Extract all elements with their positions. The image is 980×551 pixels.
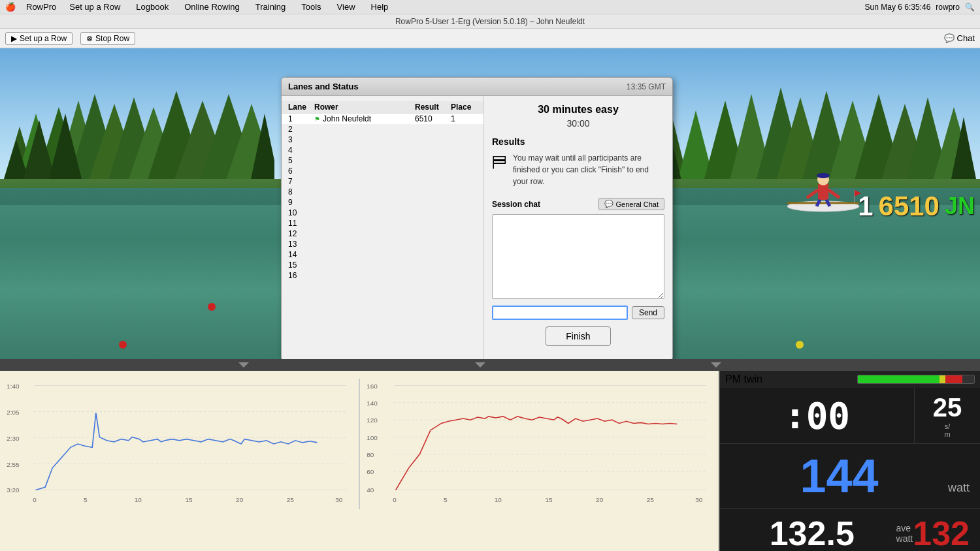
menu-help[interactable]: Help (368, 2, 391, 12)
buoy-1 (208, 303, 216, 311)
svg-text:2:30: 2:30 (7, 435, 20, 442)
pm-spm-unit: s/m (944, 422, 950, 438)
table-row: 9 (282, 197, 483, 208)
app-name[interactable]: RowPro (26, 2, 56, 12)
chat-bubble-icon: 💬 (604, 200, 613, 208)
progress-dark (962, 375, 974, 383)
general-chat-button[interactable]: 💬 General Chat (598, 198, 664, 210)
menubar: 🍎 RowPro Set up a Row Logbook Online Row… (0, 0, 980, 14)
svg-text:100: 100 (367, 434, 378, 441)
table-row: 1 ⚑John Neufeldt 6510 1 (282, 114, 483, 124)
results-header: Results (492, 136, 664, 147)
titlebar: RowPro 5-User 1-Erg (Version 5.0.18) – J… (0, 14, 980, 29)
chat-button[interactable]: 💬 Chat (944, 33, 975, 43)
svg-text:30: 30 (695, 497, 703, 504)
pace-chart: 1:40 2:05 2:30 2:55 3:20 0 5 10 15 20 25… (5, 379, 353, 509)
stop-row-button[interactable]: ⊗ Stop Row (80, 32, 135, 45)
svg-point-34 (817, 173, 830, 178)
send-button[interactable]: Send (632, 306, 664, 319)
svg-text:3:20: 3:20 (7, 486, 20, 494)
buoy-2 (119, 341, 127, 349)
heartrate-chart: 160 140 120 100 80 60 40 0 5 10 15 20 25… (365, 379, 713, 509)
rower-figure (784, 164, 862, 219)
svg-marker-40 (855, 190, 861, 197)
menu-online[interactable]: Online Rowing (182, 2, 242, 12)
chat-input[interactable] (492, 306, 628, 320)
svg-text:60: 60 (367, 469, 374, 476)
svg-text:5: 5 (444, 497, 448, 504)
col-rower: Rower (314, 102, 415, 112)
svg-text:140: 140 (367, 400, 378, 407)
pm-progress-bar (857, 375, 975, 384)
trees-left (0, 48, 274, 192)
svg-text:40: 40 (367, 486, 374, 494)
svg-text:2:55: 2:55 (7, 461, 19, 468)
menu-view[interactable]: View (335, 2, 358, 12)
info-panel: 30 minutes easy 30:00 Results ⛿ You may … (484, 96, 672, 359)
progress-red (945, 375, 963, 383)
table-row: 4 (282, 145, 483, 155)
workout-time: 30:00 (492, 118, 664, 129)
menu-setup[interactable]: Set up a Row (67, 2, 123, 12)
pm-spm-box: 25 s/m (915, 388, 980, 443)
svg-text:25: 25 (287, 497, 294, 504)
chat-label: Chat (957, 33, 975, 43)
results-text: You may wait until all participants are … (513, 152, 664, 187)
search-icon[interactable]: 🔍 (965, 3, 975, 12)
initials-display: JN (945, 193, 975, 220)
pm-watt-unit: watt (948, 481, 970, 503)
svg-text:1:40: 1:40 (7, 383, 20, 390)
svg-text:10: 10 (135, 497, 142, 504)
menu-tools[interactable]: Tools (299, 2, 323, 12)
svg-text:20: 20 (596, 497, 604, 504)
chat-area[interactable] (492, 214, 664, 299)
finish-button[interactable]: Finish (546, 326, 610, 346)
svg-text:20: 20 (236, 497, 244, 504)
table-row: 15 (282, 260, 483, 270)
scene: 1 6510 JN Lanes an (0, 48, 980, 359)
table-row: 5 (282, 155, 483, 166)
pm-title: PM twin (725, 373, 762, 385)
pm-ave-label: ave (896, 523, 911, 533)
col-place: Place (451, 102, 477, 112)
svg-text:30: 30 (335, 497, 343, 504)
chart-divider (359, 379, 360, 509)
svg-text:25: 25 (647, 497, 654, 504)
svg-text:15: 15 (545, 497, 552, 504)
svg-line-36 (828, 190, 840, 198)
pm-watt-row: 144 watt (720, 444, 980, 509)
setup-row-label: Set up a Row (20, 34, 67, 43)
arrow-right (711, 362, 721, 368)
svg-text:0: 0 (33, 497, 37, 504)
pm-time-box: :00 (720, 388, 915, 443)
toolbar: ▶ Set up a Row ⊗ Stop Row 💬 Chat (0, 29, 980, 48)
general-chat-label: General Chat (616, 200, 659, 208)
pm-ave-right-value: 132 (913, 514, 970, 551)
pm-ave-watt-label: watt (896, 533, 913, 544)
arrow-left (238, 362, 249, 368)
pm-ave-labels: ave watt (896, 523, 913, 544)
workout-title: 30 minutes easy (492, 104, 664, 116)
svg-text:0: 0 (393, 497, 397, 504)
progress-yellow (939, 375, 945, 383)
results-box: ⛿ You may wait until all participants ar… (492, 152, 664, 187)
stop-row-label: Stop Row (95, 34, 129, 43)
setup-row-button[interactable]: ▶ Set up a Row (5, 32, 73, 45)
menu-training[interactable]: Training (253, 2, 288, 12)
dialog-time: 13:35 GMT (627, 82, 666, 91)
svg-rect-32 (818, 183, 828, 200)
arrow-center (475, 362, 485, 368)
svg-text:15: 15 (185, 497, 192, 504)
table-row: 6 (282, 166, 483, 176)
stop-icon: ⊗ (86, 34, 93, 43)
charts-panel: 1:40 2:05 2:30 2:55 3:20 0 5 10 15 20 25… (0, 371, 719, 551)
table-row: 7 (282, 176, 483, 187)
table-row: 11 (282, 218, 483, 228)
score-display: 6510 (879, 191, 939, 222)
menu-logbook[interactable]: Logbook (133, 2, 171, 12)
svg-text:5: 5 (84, 497, 88, 504)
table-row: 14 (282, 249, 483, 260)
apple-icon[interactable]: 🍎 (5, 2, 16, 12)
pm-panel: PM twin :00 25 s/m 144 watt 132.5 (719, 371, 980, 551)
lanes-header: Lane Rower Result Place (282, 101, 483, 114)
